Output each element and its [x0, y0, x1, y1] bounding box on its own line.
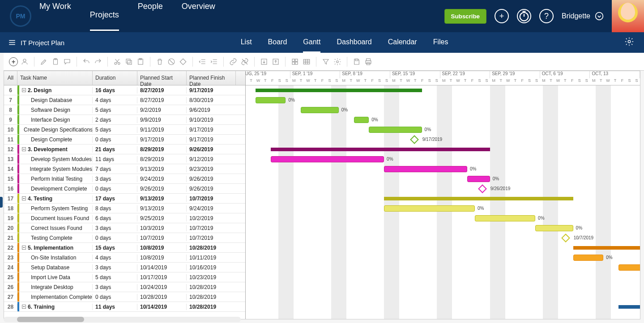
task-row[interactable]: 17−4. Testing17 days9/13/201910/7/2019: [4, 194, 245, 204]
task-name-cell[interactable]: Testing Complete: [19, 235, 93, 241]
duration-cell[interactable]: 5 days: [93, 127, 137, 133]
task-bar[interactable]: [618, 264, 640, 271]
task-row[interactable]: 19Document Issues Found6 days9/25/201910…: [4, 213, 245, 223]
duration-cell[interactable]: 6 days: [93, 215, 137, 221]
gantt-row[interactable]: 0%: [246, 204, 640, 213]
task-name-cell[interactable]: Correct Issues Found: [19, 225, 93, 231]
start-cell[interactable]: 10/3/2019: [137, 225, 187, 231]
edit-icon[interactable]: [39, 57, 49, 67]
gantt-row[interactable]: 0%: [246, 253, 640, 263]
add-button[interactable]: +: [495, 9, 509, 23]
col-task-name[interactable]: Task Name: [17, 71, 93, 85]
finish-cell[interactable]: 9/24/2019: [187, 205, 236, 212]
milestone-icon[interactable]: [410, 135, 419, 144]
col-planned-start[interactable]: Planned Start Date: [137, 71, 187, 85]
task-bar[interactable]: [369, 127, 422, 133]
finish-cell[interactable]: 10/28/2019: [187, 284, 236, 290]
avatar[interactable]: [612, 0, 644, 32]
start-cell[interactable]: 8/29/2019: [137, 156, 187, 162]
task-name-cell[interactable]: Develop System Modules: [19, 156, 93, 162]
task-bar[interactable]: [475, 215, 535, 221]
duration-cell[interactable]: 5 days: [93, 274, 137, 280]
task-row[interactable]: 18Perform System Testing8 days9/13/20199…: [4, 204, 245, 213]
cut-icon[interactable]: [112, 57, 122, 67]
duration-cell[interactable]: 16 days: [93, 87, 137, 94]
task-name-cell[interactable]: −4. Testing: [19, 196, 93, 202]
task-bar[interactable]: [384, 205, 475, 212]
help-icon[interactable]: ?: [539, 9, 554, 23]
subscribe-button[interactable]: Subscribe: [444, 9, 486, 24]
start-cell[interactable]: 9/24/2019: [137, 176, 187, 182]
import-icon[interactable]: [259, 57, 269, 67]
finish-cell[interactable]: 9/26/2019: [187, 186, 236, 192]
task-row[interactable]: 20Correct Issues Found3 days10/3/201910/…: [4, 223, 245, 233]
start-cell[interactable]: 9/9/2019: [137, 117, 187, 123]
start-cell[interactable]: 10/7/2019: [137, 235, 187, 241]
start-cell[interactable]: 9/2/2019: [137, 107, 187, 113]
finish-cell[interactable]: 10/28/2019: [187, 245, 236, 251]
filter-icon[interactable]: [321, 57, 331, 67]
task-name-cell[interactable]: Design Database: [19, 97, 93, 103]
milestone-icon[interactable]: [478, 184, 487, 193]
task-row[interactable]: 23On-Site Installation4 days10/8/201910/…: [4, 253, 245, 263]
collapse-icon[interactable]: −: [22, 246, 26, 250]
col-planned-finish[interactable]: Planned Finish Date: [187, 71, 236, 85]
start-cell[interactable]: 8/27/2019: [137, 87, 187, 94]
summary-bar[interactable]: [573, 246, 640, 250]
duration-cell[interactable]: 0 days: [93, 294, 137, 300]
nav-people[interactable]: People: [138, 2, 163, 31]
task-name-cell[interactable]: Implementation Complete: [19, 294, 93, 300]
task-row[interactable]: 24Setup Database3 days10/14/201910/16/20…: [4, 263, 245, 272]
task-name-cell[interactable]: Perform System Testing: [19, 205, 93, 212]
finish-cell[interactable]: 9/12/2019: [187, 156, 236, 162]
person-icon[interactable]: [20, 57, 30, 67]
duration-cell[interactable]: 0 days: [93, 235, 137, 241]
finish-cell[interactable]: 9/26/2019: [187, 146, 236, 153]
gantt-row[interactable]: 9/17/2019: [246, 135, 640, 144]
finish-cell[interactable]: 10/7/2019: [187, 196, 236, 202]
task-row[interactable]: 15Perform Initial Testing3 days9/24/2019…: [4, 174, 245, 184]
finish-cell[interactable]: 10/28/2019: [187, 294, 236, 300]
col-all[interactable]: All: [4, 71, 17, 85]
start-cell[interactable]: 10/24/2019: [137, 284, 187, 290]
nav-overview[interactable]: Overview: [182, 2, 215, 31]
view-list[interactable]: List: [241, 33, 252, 53]
gantt-row[interactable]: 10/7/2019: [246, 233, 640, 243]
finish-cell[interactable]: 10/23/2019: [187, 274, 236, 280]
finish-cell[interactable]: 10/28/2019: [187, 304, 236, 310]
nav-projects[interactable]: Projects: [90, 10, 119, 31]
gantt-row[interactable]: [246, 282, 640, 292]
task-row[interactable]: 14Integrate System Modules7 days9/13/201…: [4, 164, 245, 174]
timer-icon[interactable]: [517, 9, 531, 23]
gantt-row[interactable]: 0%: [246, 223, 640, 233]
task-row[interactable]: 10Create Design Specifications5 days9/11…: [4, 125, 245, 135]
duration-cell[interactable]: 0 days: [93, 186, 137, 192]
collapse-icon[interactable]: −: [22, 196, 26, 200]
task-row[interactable]: 9Interface Design2 days9/9/20199/10/2019: [4, 115, 245, 125]
copy-icon[interactable]: [124, 57, 134, 67]
duration-cell[interactable]: 15 days: [93, 245, 137, 251]
task-name-cell[interactable]: −6. Training: [19, 304, 93, 310]
clipboard-icon[interactable]: [51, 57, 60, 67]
task-row[interactable]: 16Development Complete0 days9/26/20199/2…: [4, 184, 245, 194]
gantt-row[interactable]: 0%: [246, 115, 640, 125]
duration-cell[interactable]: 5 days: [93, 107, 137, 113]
start-cell[interactable]: 9/11/2019: [137, 127, 187, 133]
gantt-body[interactable]: 0%0%0%0%9/17/20190%0%0%9/26/20190%0%0%10…: [246, 85, 640, 319]
start-cell[interactable]: 8/29/2019: [137, 146, 187, 153]
duration-cell[interactable]: 3 days: [93, 225, 137, 231]
task-row[interactable]: 13Develop System Modules11 days8/29/2019…: [4, 154, 245, 164]
start-cell[interactable]: 9/13/2019: [137, 196, 187, 202]
start-cell[interactable]: 9/25/2019: [137, 215, 187, 221]
task-bar[interactable]: [467, 176, 490, 182]
finish-cell[interactable]: 10/11/2019: [187, 255, 236, 261]
undo-icon[interactable]: [81, 57, 91, 67]
gantt-row[interactable]: 0%: [246, 263, 640, 272]
task-bar[interactable]: [354, 117, 369, 123]
gantt-row[interactable]: 0%: [246, 95, 640, 105]
start-cell[interactable]: 10/8/2019: [137, 255, 187, 261]
collapse-icon[interactable]: −: [22, 147, 26, 151]
gantt-row[interactable]: [246, 302, 640, 312]
duration-cell[interactable]: 3 days: [93, 176, 137, 182]
finish-cell[interactable]: 10/16/2019: [187, 264, 236, 271]
